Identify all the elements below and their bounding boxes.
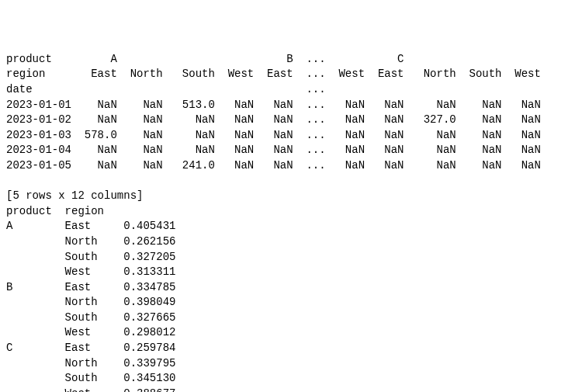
console-output: product A B ... C region East North Sout… — [6, 52, 576, 392]
